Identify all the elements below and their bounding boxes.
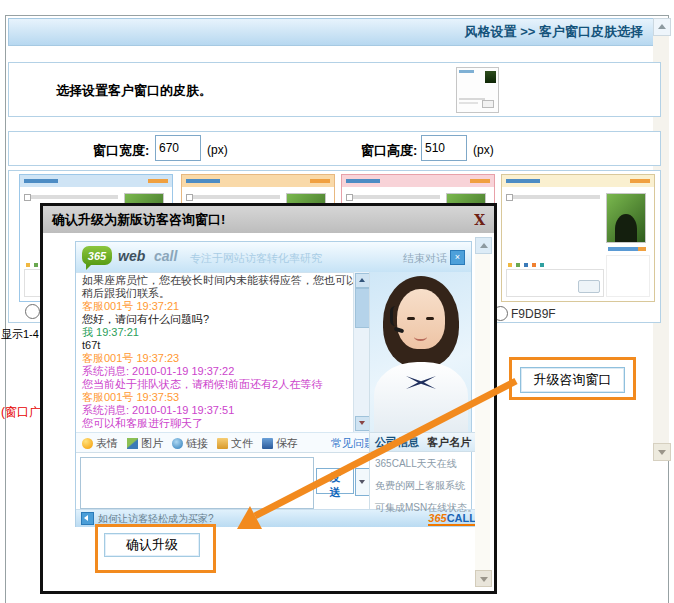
- dialog-title-bar: 确认升级为新版访客咨询窗口! X: [43, 206, 494, 234]
- chat-message-list: 如果座席员忙，您在较长时间内未能获得应答，您也可以稍后跟我们联系。 客服001号…: [76, 272, 363, 434]
- tab-company-info[interactable]: 公司信息: [375, 435, 419, 450]
- tip-arrow-icon[interactable]: [81, 512, 94, 525]
- link-icon: [172, 438, 183, 449]
- chat-input-area: 发 送: [76, 452, 369, 510]
- dialog-title: 确认升级为新版访客咨询窗口!: [52, 211, 474, 229]
- chat-message: 客服001号 19:37:21: [82, 300, 359, 313]
- panel-tabs: 公司信息 客户名片: [370, 432, 481, 452]
- image-icon: [127, 438, 138, 449]
- chat-message: 客服001号 19:37:53: [82, 391, 359, 404]
- chat-message: 系统消息: 2010-01-19 19:37:51: [82, 404, 359, 417]
- intro-section: 选择设置客户窗口的皮肤。: [8, 62, 661, 117]
- dialog-scrollbar[interactable]: [475, 237, 490, 587]
- height-input[interactable]: [421, 135, 467, 161]
- skin-radio-1[interactable]: [25, 304, 40, 319]
- logo-tagline: 专注于网站访客转化率研究: [190, 251, 322, 266]
- chat-message: 您当前处于排队状态，请稍候!前面还有2人在等待: [82, 378, 359, 391]
- breadcrumb: 风格设置 >> 客户窗口皮肤选择: [465, 23, 643, 41]
- chat-window-preview: 365 web call 专注于网站访客转化率研究 结束对话 × 如果座席员忙，…: [75, 241, 472, 527]
- chat-message: 如果座席员忙，您在较长时间内未能获得应答，您也可以稍后跟我们联系。: [82, 274, 359, 300]
- skin-photo-icon: [606, 193, 646, 243]
- file-icon: [217, 438, 228, 449]
- panel-info-text: 365CALL天天在线 免费的网上客服系统 可集成MSN在线状态。: [370, 452, 481, 523]
- dialog-body: 365 web call 专注于网站访客转化率研究 结束对话 × 如果座席员忙，…: [43, 233, 494, 591]
- logo-call: call: [154, 248, 177, 264]
- message-input[interactable]: [80, 457, 314, 509]
- mini-avatar-icon: [485, 71, 496, 83]
- chat-scrollbar[interactable]: [353, 272, 370, 432]
- chat-message: 您可以和客服进行聊天了: [82, 417, 359, 430]
- end-chat-close-icon[interactable]: ×: [450, 250, 465, 265]
- send-button[interactable]: 发 送: [316, 468, 354, 494]
- chat-toolbar: 表情 图片 链接 文件 保存 常见问题: [76, 432, 381, 453]
- current-skin-preview: [456, 67, 499, 113]
- emoticon-button[interactable]: 表情: [82, 436, 118, 451]
- link-button[interactable]: 链接: [172, 436, 208, 451]
- dialog-scroll-up-icon[interactable]: [475, 237, 492, 254]
- emoticon-icon: [82, 438, 93, 449]
- confirm-highlight-box: 确认升级: [95, 524, 216, 573]
- skin-color-code: F9DB9F: [511, 307, 556, 321]
- chat-side-panel: 公司信息 客户名片 365CALL天天在线 免费的网上客服系统 可集成MSN在线…: [369, 272, 472, 509]
- width-label: 窗口宽度:: [93, 142, 149, 160]
- close-icon[interactable]: X: [474, 212, 485, 228]
- chat-header: 365 web call 专注于网站访客转化率研究 结束对话 ×: [76, 242, 471, 273]
- confirm-upgrade-button[interactable]: 确认升级: [104, 533, 200, 557]
- scroll-up-icon[interactable]: [653, 18, 671, 36]
- agent-photo: [370, 272, 471, 432]
- dialog-scroll-down-icon[interactable]: [475, 570, 492, 587]
- chat-message: 客服001号 19:37:23: [82, 352, 359, 365]
- logo-365-icon: 365: [82, 246, 112, 265]
- height-label: 窗口高度:: [361, 142, 417, 160]
- image-button[interactable]: 图片: [127, 436, 163, 451]
- width-input[interactable]: [155, 135, 201, 161]
- logo-web: web: [118, 248, 145, 264]
- end-chat-link[interactable]: 结束对话: [403, 251, 447, 266]
- send-options-dropdown[interactable]: [355, 468, 370, 496]
- paging-text: 显示1-4: [1, 327, 39, 342]
- save-icon: [262, 438, 273, 449]
- upgrade-confirm-dialog: 确认升级为新版访客咨询窗口! X 365 web call 专注于网站访客转化率…: [40, 203, 497, 594]
- file-button[interactable]: 文件: [217, 436, 253, 451]
- tab-customer-card[interactable]: 客户名片: [427, 435, 471, 450]
- intro-text: 选择设置客户窗口的皮肤。: [56, 82, 212, 100]
- scroll-down-icon[interactable]: [653, 443, 671, 461]
- height-unit: (px): [473, 143, 494, 157]
- chat-message: 您好，请问有什么问题吗?: [82, 313, 359, 326]
- chat-message: 系统消息: 2010-01-19 19:37:22: [82, 365, 359, 378]
- headset-icon: [390, 306, 401, 326]
- upgrade-highlight-box: 升级咨询窗口: [509, 357, 636, 400]
- save-button[interactable]: 保存: [262, 436, 298, 451]
- width-unit: (px): [207, 143, 228, 157]
- chat-message: t67t: [82, 339, 359, 352]
- skin-thumbnail-4[interactable]: [501, 174, 655, 302]
- size-section: 窗口宽度: (px) 窗口高度: (px): [8, 131, 661, 166]
- breadcrumb-bar: 风格设置 >> 客户窗口皮肤选择: [8, 18, 654, 46]
- chat-message: 我 19:37:21: [82, 326, 359, 339]
- upgrade-window-button[interactable]: 升级咨询窗口: [520, 367, 625, 393]
